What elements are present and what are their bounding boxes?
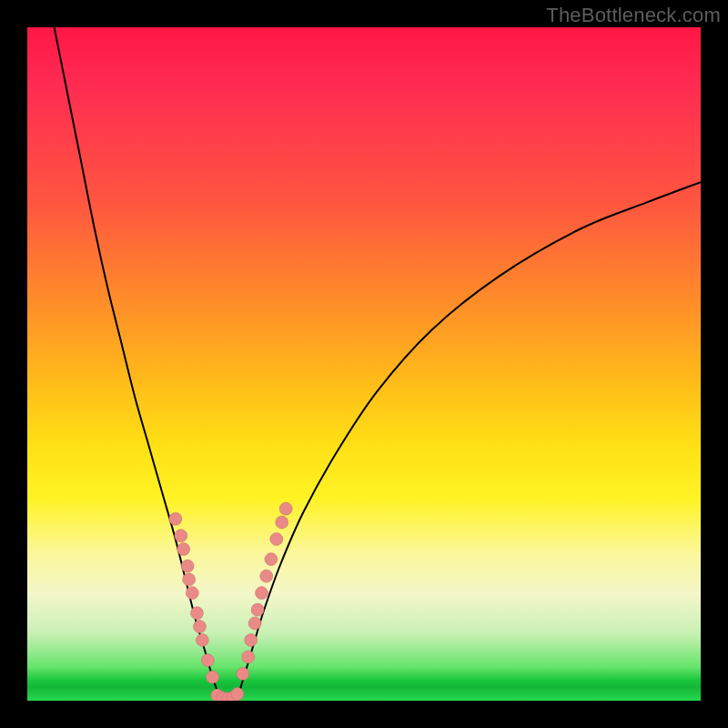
data-dot [177,543,190,556]
data-dot [201,654,214,667]
data-dot [169,512,182,525]
data-dot [260,570,273,582]
data-dot [256,587,268,600]
data-dot [237,667,249,680]
data-dot [248,617,261,630]
data-dot [279,502,292,515]
data-dot [181,560,194,572]
data-dot [270,532,283,545]
data-dots [169,502,292,701]
data-dot [196,633,208,646]
data-dot [207,671,219,683]
data-dot [276,516,288,529]
chart-frame: TheBottleneck.com [0,0,728,728]
data-dot [183,573,196,586]
data-dot [251,603,264,616]
data-dot [231,688,244,701]
data-dot [190,607,203,620]
data-dot [242,651,255,663]
bottleneck-curve [55,27,701,701]
watermark-text: TheBottleneck.com [546,4,721,27]
curve-path [55,27,701,701]
data-dot [193,621,206,633]
data-dot [186,587,198,600]
data-dot [175,530,187,542]
data-dot [245,633,258,646]
data-dot [265,553,278,566]
chart-svg [27,27,701,701]
plot-area [27,27,701,701]
